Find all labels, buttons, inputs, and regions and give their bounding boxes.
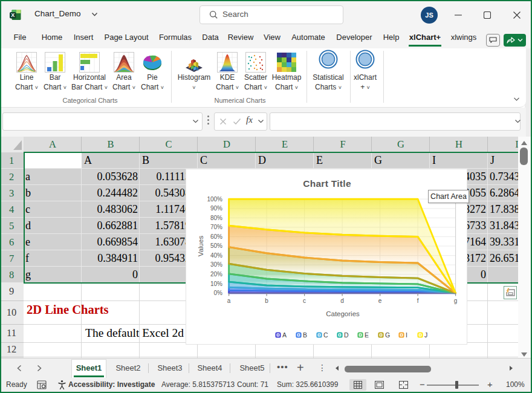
svg-text:40%: 40% — [210, 252, 222, 259]
svg-text:G: G — [385, 331, 390, 339]
svg-text:50%: 50% — [210, 242, 222, 249]
svg-text:D: D — [344, 331, 349, 339]
svg-text:f: f — [417, 297, 419, 304]
svg-text:B: B — [303, 331, 307, 339]
svg-text:100%: 100% — [207, 196, 222, 203]
svg-text:60%: 60% — [210, 233, 222, 240]
svg-text:70%: 70% — [210, 224, 222, 230]
svg-text:X: X — [11, 12, 15, 18]
svg-text:e: e — [378, 297, 382, 304]
svg-text:30%: 30% — [210, 261, 222, 268]
svg-text:c: c — [303, 297, 306, 304]
svg-text:g: g — [454, 297, 458, 304]
svg-text:80%: 80% — [210, 215, 222, 221]
svg-text:I: I — [406, 331, 407, 339]
svg-text:a: a — [227, 297, 231, 304]
svg-text:10%: 10% — [210, 281, 222, 287]
svg-text:d: d — [340, 297, 344, 304]
svg-text:Chart Title: Chart Title — [303, 178, 351, 189]
svg-text:E: E — [365, 331, 369, 339]
svg-text:Categories: Categories — [326, 310, 360, 317]
svg-text:b: b — [265, 297, 268, 304]
svg-text:J: J — [424, 331, 427, 339]
svg-text:0%: 0% — [214, 290, 223, 296]
svg-text:20%: 20% — [210, 271, 222, 278]
svg-text:90%: 90% — [210, 205, 222, 212]
svg-text:C: C — [323, 331, 328, 339]
svg-text:Values: Values — [197, 236, 204, 257]
svg-text:A: A — [282, 331, 287, 339]
